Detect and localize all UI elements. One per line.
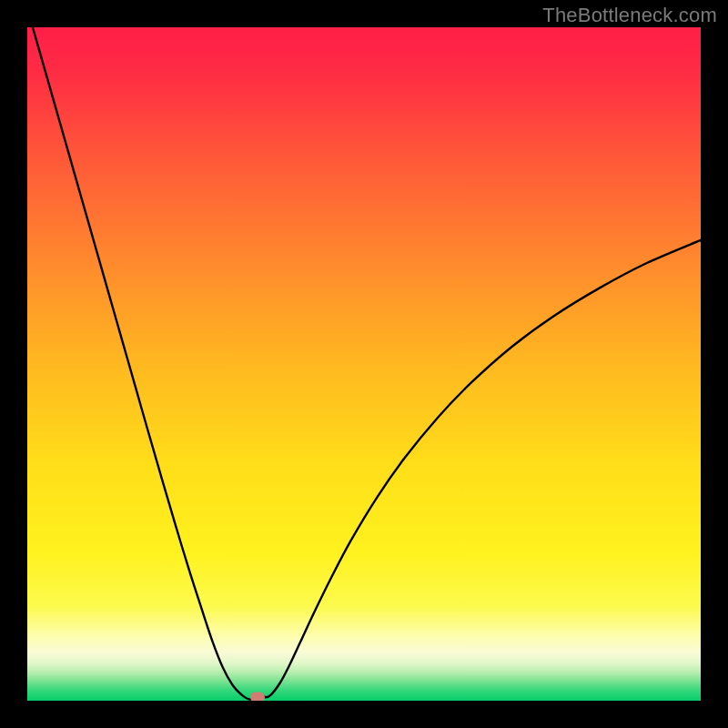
bottleneck-curve	[33, 27, 701, 700]
plot-area	[27, 27, 701, 701]
watermark-text: TheBottleneck.com	[542, 4, 717, 27]
curve-layer	[27, 27, 701, 701]
minimum-marker-icon	[250, 693, 265, 701]
chart-frame: TheBottleneck.com	[0, 0, 728, 728]
